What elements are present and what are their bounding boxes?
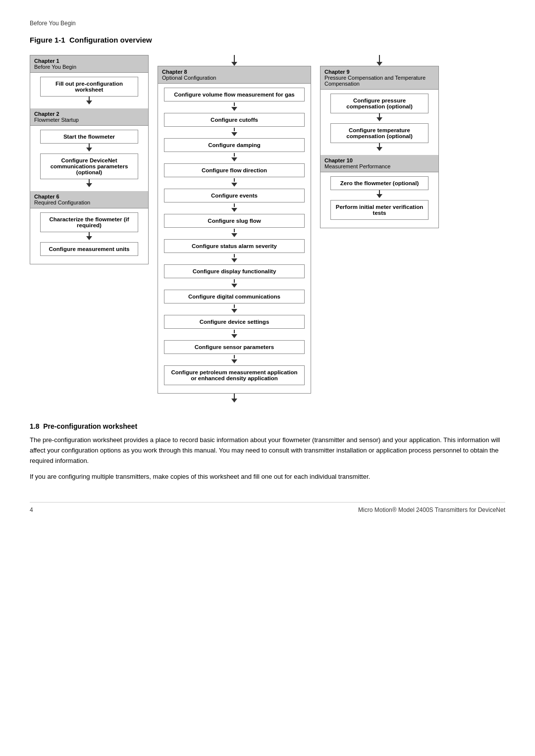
box-temp-comp: Configure temperature compensation (opti…: [330, 123, 429, 143]
box-meter-verification: Perform initial meter verification tests: [330, 200, 429, 220]
box-devicenet: Configure DeviceNet communications param…: [40, 153, 139, 179]
box-fill-worksheet: Fill out pre-configuration worksheet: [40, 77, 139, 97]
box-pressure-comp: Configure pressure compensation (optiona…: [330, 94, 429, 113]
column-1: Chapter 1 Before You Begin Fill out pre-…: [30, 55, 149, 264]
section18-para2: If you are configuring multiple transmit…: [30, 472, 505, 482]
top-arrow-col3: [320, 55, 439, 66]
box-device-settings: Configure device settings: [164, 315, 305, 329]
column-2: Chapter 8 Optional Configuration Configu…: [158, 55, 311, 403]
outer-box-col3: Chapter 9 Pressure Compensation and Temp…: [320, 66, 439, 228]
top-arrow-col2: [158, 55, 311, 66]
box-flow-direction: Configure flow direction: [164, 163, 305, 177]
box-events: Configure events: [164, 189, 305, 202]
chapter1-header: Chapter 1 Before You Begin: [30, 55, 148, 73]
footer-product-name: Micro Motion® Model 2400S Transmitters f…: [358, 506, 505, 513]
box-digital-comm: Configure digital communications: [164, 290, 305, 303]
chapter10-header: Chapter 10 Measurement Performance: [321, 155, 438, 172]
box-measurement-units: Configure measurement units: [40, 242, 139, 256]
box-display: Configure display functionality: [164, 264, 305, 278]
chapter8-header: Chapter 8 Optional Configuration: [158, 66, 311, 84]
diagram-container: Chapter 1 Before You Begin Fill out pre-…: [30, 55, 505, 403]
section18-para1: The pre-configuration worksheet provides…: [30, 435, 505, 466]
outer-box-col1: Chapter 1 Before You Begin Fill out pre-…: [30, 55, 149, 264]
box-petroleum: Configure petroleum measurement applicat…: [164, 365, 305, 385]
box-start-flowmeter: Start the flowmeter: [40, 130, 139, 144]
outer-box-col2: Chapter 8 Optional Configuration Configu…: [158, 66, 311, 394]
box-zero-flowmeter: Zero the flowmeter (optional): [330, 176, 429, 190]
page-footer: 4 Micro Motion® Model 2400S Transmitters…: [30, 502, 505, 513]
figure-title: Figure 1-1 Configuration overview: [30, 36, 505, 44]
box-damping: Configure damping: [164, 138, 305, 152]
box-vol-flow-gas: Configure volume flow measurement for ga…: [164, 88, 305, 101]
chapter9-header: Chapter 9 Pressure Compensation and Temp…: [321, 66, 438, 90]
page-header: Before You Begin: [30, 20, 505, 27]
box-characterize: Characterize the flowmeter (if required): [40, 212, 139, 232]
box-cutoffs: Configure cutoffs: [164, 113, 305, 127]
box-slug-flow: Configure slug flow: [164, 214, 305, 228]
box-status-alarm: Configure status alarm severity: [164, 239, 305, 253]
section-18: 1.8 Pre-configuration worksheet The pre-…: [30, 422, 505, 482]
column-3: Chapter 9 Pressure Compensation and Temp…: [320, 55, 439, 228]
chapter6-header: Chapter 6 Required Configuration: [30, 191, 148, 208]
footer-page-number: 4: [30, 506, 33, 513]
chapter2-header: Chapter 2 Flowmeter Startup: [30, 108, 148, 126]
box-sensor-params: Configure sensor parameters: [164, 340, 305, 354]
